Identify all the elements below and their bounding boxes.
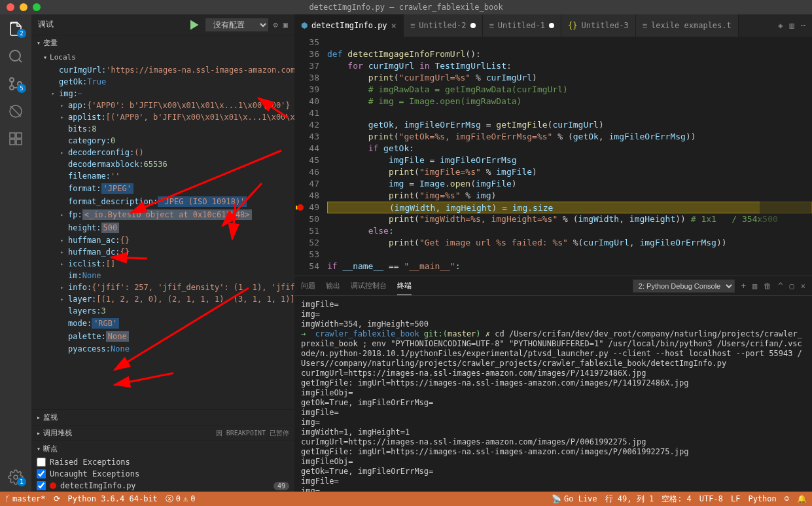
status-indent[interactable]: 空格: 4 (662, 494, 692, 505)
variable-row[interactable]: filename: '' (42, 170, 294, 182)
title-bar: detectImgInfo.py — crawler_fablexile_boo… (0, 0, 812, 14)
window-close-button[interactable] (7, 3, 14, 11)
editor-area: ⬢ detectImgInfo.py × ≡ Untitled-2 ≡ Unti… (294, 14, 812, 492)
variable-row[interactable]: mode: 'RGB' (42, 317, 294, 330)
variable-row[interactable]: ▸info: {'jfif': 257, 'jfif_density': (1,… (42, 281, 294, 293)
compare-icon[interactable]: ◈ (778, 21, 783, 30)
variable-row[interactable]: ▾img: (42, 88, 294, 99)
svg-line-1 (19, 60, 22, 62)
svg-rect-9 (10, 139, 15, 145)
more-icon[interactable]: ⋯ (801, 21, 805, 30)
window-minimize-button[interactable] (20, 3, 27, 11)
terminal-panel: 问题 输出 调试控制台 终端 2: Python Debug Console +… (294, 276, 812, 492)
variable-row[interactable]: ▸app: {'APP0': b'JFIF\x00\x01\x01\x...1\… (42, 99, 294, 111)
breakpoint-checkbox[interactable] (37, 458, 46, 467)
svg-point-11 (14, 475, 18, 479)
variable-row[interactable]: pyaccess: None (42, 343, 294, 355)
source-control-icon[interactable]: 5 (8, 76, 24, 92)
panel-tab-terminal[interactable]: 终端 (397, 277, 412, 295)
terminal-select[interactable]: 2: Python Debug Console (633, 280, 735, 293)
tab-untitled-2[interactable]: ≡ Untitled-2 (404, 14, 482, 37)
tab-lexile-examples[interactable]: ≡ lexile exmaples.t (636, 14, 739, 37)
status-python[interactable]: Python 3.6.4 64-bit (68, 494, 158, 503)
breakpoint-raised-exceptions[interactable]: Raised Exceptions (31, 456, 294, 468)
variable-row[interactable]: height: 500 (42, 221, 294, 234)
explorer-icon[interactable]: 2 (8, 21, 24, 37)
status-bar: ᚶ master* ⟳ Python 3.6.4 64-bit ⓧ 0 ⚠ 0 … (0, 492, 812, 506)
debug-config-gear-icon[interactable]: ⚙ (274, 20, 278, 29)
minimap[interactable] (760, 37, 812, 276)
settings-badge: 1 (17, 477, 26, 486)
maximize-panel-icon[interactable]: ▢ (790, 281, 794, 291)
breakpoint-uncaught-exceptions[interactable]: Uncaught Exceptions (31, 468, 294, 480)
kill-terminal-icon[interactable]: 🗑 (764, 281, 771, 291)
status-problems[interactable]: ⓧ 0 ⚠ 0 (166, 494, 196, 505)
close-panel-icon[interactable]: × (801, 281, 805, 291)
watch-section-header[interactable]: ▸监视 (31, 410, 294, 425)
status-eol[interactable]: LF (731, 494, 740, 503)
debug-icon[interactable] (8, 103, 24, 119)
split-editor-icon[interactable]: ▥ (790, 21, 794, 30)
breakpoint-dot-icon (50, 482, 56, 489)
breakpoint-checkbox[interactable] (37, 469, 46, 479)
variables-section-header[interactable]: ▾变量 (31, 35, 294, 50)
variable-row[interactable]: ▸layer: [(1, 2, 2, 0), (2, 1, 1, 1), (3,… (42, 293, 294, 305)
code-editor[interactable]: 3536373839404142434445464748▶49505152535… (294, 37, 812, 276)
settings-gear-icon[interactable]: 1 (8, 469, 24, 485)
status-feedback-icon[interactable]: ☺ (785, 494, 789, 503)
status-bell-icon[interactable]: 🔔 (797, 494, 807, 503)
svg-rect-10 (16, 139, 22, 145)
tab-untitled-1[interactable]: ≡ Untitled-1 (483, 14, 561, 37)
variable-row[interactable]: format_description: 'JPEG (ISO 10918)' (42, 195, 294, 208)
status-encoding[interactable]: UTF-8 (699, 494, 723, 503)
breakpoint-checkbox[interactable] (37, 481, 46, 490)
variable-row[interactable]: getOk: True (42, 76, 294, 88)
editor-tabs: ⬢ detectImgInfo.py × ≡ Untitled-2 ≡ Unti… (294, 14, 812, 37)
variable-row[interactable]: palette: None (42, 330, 294, 343)
modified-dot-icon (470, 23, 476, 28)
variable-row[interactable]: curImgUrl: 'https://images-na.ssl-images… (42, 64, 294, 76)
variable-row[interactable]: format: 'JPEG' (42, 182, 294, 195)
variable-row[interactable]: category: 0 (42, 135, 294, 147)
svg-line-6 (10, 106, 21, 117)
variable-row[interactable]: bits: 8 (42, 123, 294, 135)
tab-detectimginfo[interactable]: ⬢ detectImgInfo.py × (294, 14, 404, 37)
close-icon[interactable]: × (391, 20, 397, 31)
svg-point-0 (10, 50, 20, 61)
variable-row[interactable]: ▸decoderconfig: () (42, 147, 294, 158)
terminal-body[interactable]: imgFile= img= imgWidth=354, imgHeight=50… (294, 296, 812, 492)
activity-bar: 2 5 1 (0, 14, 31, 492)
breakpoints-section-header[interactable]: ▾断点 (31, 441, 294, 456)
callstack-section-header[interactable]: ▸调用堆栈 因 BREAKPOINT 已暂停 (31, 425, 294, 441)
debug-start-button[interactable] (187, 18, 200, 31)
variable-row[interactable]: im: None (42, 270, 294, 281)
window-maximize-button[interactable] (33, 3, 41, 11)
new-terminal-icon[interactable]: + (741, 281, 746, 291)
extensions-icon[interactable] (8, 131, 24, 147)
variable-row[interactable]: ▸applist: [('APP0', b'JFIF\x00\x01\x01\x… (42, 111, 294, 123)
search-icon[interactable] (8, 48, 24, 64)
locals-header[interactable]: ▾Locals (31, 50, 294, 64)
variable-row[interactable]: ▸huffman_dc: {} (42, 246, 294, 258)
split-terminal-icon[interactable]: ▥ (752, 281, 757, 291)
debug-config-select[interactable]: 没有配置 (205, 18, 268, 31)
panel-tab-output[interactable]: 输出 (326, 277, 340, 295)
svg-point-2 (10, 78, 14, 82)
panel-tab-debug-console[interactable]: 调试控制台 (351, 277, 387, 295)
panel-up-icon[interactable]: ^ (778, 281, 783, 291)
status-cursor[interactable]: 行 49, 列 1 (605, 494, 654, 505)
status-branch[interactable]: ᚶ master* (5, 494, 46, 503)
status-go-live[interactable]: 📡 Go Live (552, 494, 597, 503)
status-sync-icon[interactable]: ⟳ (54, 494, 60, 503)
breakpoint-file-row[interactable]: detectImgInfo.py 49 (31, 480, 294, 492)
variable-row[interactable]: layers: 3 (42, 305, 294, 317)
variable-row[interactable]: ▸huffman_ac: {} (42, 234, 294, 246)
status-language[interactable]: Python (748, 494, 776, 503)
variable-row[interactable]: ▸icclist: [] (42, 258, 294, 270)
svg-point-3 (10, 86, 14, 90)
variable-row[interactable]: decodermaxblock: 65536 (42, 158, 294, 170)
panel-tab-problems[interactable]: 问题 (301, 277, 315, 295)
variable-row[interactable]: ▸fp: <_io.BytesIO object at 0x10c613b48> (42, 208, 294, 221)
tab-untitled-3[interactable]: {} Untitled-3 (561, 14, 636, 37)
debug-console-toggle-icon[interactable]: ▣ (283, 20, 288, 29)
